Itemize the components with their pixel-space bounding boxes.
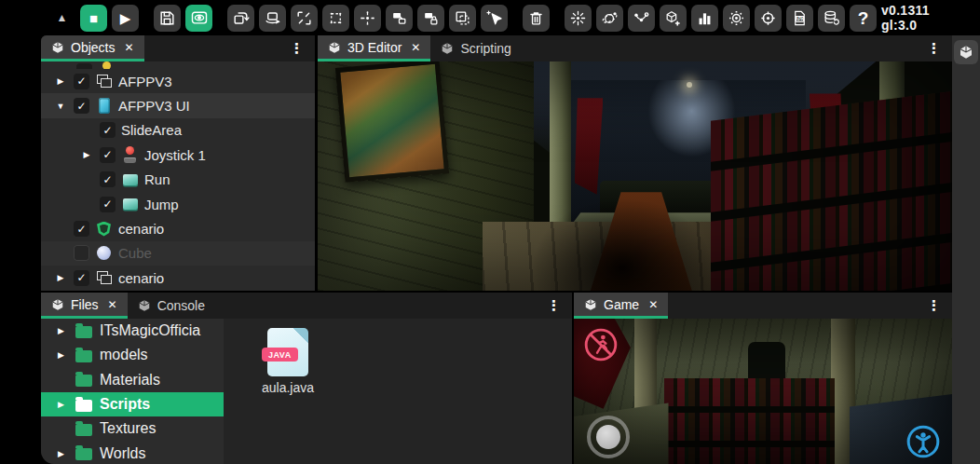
expander-icon[interactable]: ▶	[54, 350, 68, 360]
package-icon	[328, 41, 341, 54]
help-button[interactable]: ?	[850, 5, 877, 32]
tree-row-cenario[interactable]: ✓ cenario	[41, 216, 315, 240]
files-grid: JAVA aula.java	[224, 319, 572, 464]
expander-icon[interactable]: ▶	[54, 326, 68, 335]
save-button[interactable]	[154, 5, 181, 32]
folder-icon	[75, 400, 92, 412]
rotate-tool-button[interactable]	[259, 5, 286, 32]
close-icon[interactable]: ✕	[124, 41, 133, 54]
stop-button[interactable]: ■	[80, 5, 107, 32]
tab-game[interactable]: Game ✕	[574, 293, 668, 319]
package-icon	[959, 45, 973, 60]
checkbox-checked[interactable]: ✓	[74, 98, 89, 114]
package-icon	[584, 298, 597, 311]
file-item-aula-java[interactable]: JAVA aula.java	[257, 328, 319, 395]
expander-icon[interactable]: ▼	[53, 102, 68, 111]
path-nodes-button[interactable]	[628, 5, 655, 32]
add-object-button[interactable]	[660, 5, 687, 32]
checkbox-checked[interactable]: ✓	[74, 221, 89, 237]
export-apk-button[interactable]: APK	[786, 5, 813, 32]
tab-3d-editor[interactable]: 3D Editor ✕	[318, 35, 430, 61]
physics-orbit-button[interactable]	[596, 5, 623, 32]
tab-console[interactable]: Console	[128, 293, 215, 319]
kebab-menu-icon[interactable]: ⋮	[536, 293, 572, 319]
apk-icon: APK	[791, 9, 809, 27]
tree-row-cube[interactable]: Cube	[41, 241, 315, 266]
folder-icon	[75, 424, 92, 436]
expander-icon[interactable]: ▶	[53, 76, 68, 86]
tree-row-slidearea[interactable]: ✓ SlideArea	[41, 118, 315, 143]
lock-object-button[interactable]	[417, 5, 444, 32]
preview-button[interactable]	[185, 5, 212, 32]
tree-row-cenario-2[interactable]: ▶ ✓ cenario	[41, 266, 315, 290]
editor-viewport[interactable]	[318, 61, 952, 291]
tab-files[interactable]: Files ✕	[41, 293, 128, 319]
tab-scripting[interactable]: Scripting	[430, 35, 521, 61]
move-tool-button[interactable]	[227, 5, 254, 32]
editor-panel: 3D Editor ✕ Scripting ⋮	[318, 35, 952, 291]
selection-button[interactable]	[449, 5, 476, 32]
kebab-menu-icon[interactable]: ⋮	[916, 293, 952, 319]
checkbox-checked[interactable]: ✓	[100, 197, 116, 212]
position-tool-button[interactable]	[354, 5, 381, 32]
folder-row-worlds[interactable]: ▶ Worlds	[41, 441, 224, 464]
checkbox-checked[interactable]: ✓	[100, 122, 116, 138]
tab-objects[interactable]: Objects ✕	[41, 35, 144, 61]
tree-row-afppv3[interactable]: ▶ ✓ AFPPV3	[41, 69, 315, 93]
close-icon[interactable]: ✕	[411, 41, 420, 54]
checkbox-checked[interactable]: ✓	[74, 74, 89, 89]
database-sync-icon	[823, 9, 840, 27]
duplicate-button[interactable]	[386, 5, 413, 32]
folder-row-textures[interactable]: Textures	[41, 416, 224, 441]
play-button[interactable]: ▶	[112, 5, 139, 32]
checkbox-checked[interactable]: ✓	[100, 171, 116, 187]
kebab-menu-icon[interactable]: ⋮	[916, 35, 952, 61]
tree-label: Run	[144, 171, 170, 187]
tree-row-run[interactable]: ✓ Run	[41, 168, 315, 192]
checkbox-checked[interactable]: ✓	[74, 270, 89, 286]
accessibility-button[interactable]	[905, 424, 941, 459]
scale-tool-button[interactable]	[291, 5, 318, 32]
checkbox-unchecked[interactable]	[74, 245, 89, 261]
collapsed-panel-button[interactable]	[954, 40, 978, 64]
delete-button[interactable]	[523, 5, 550, 32]
joystick-knob[interactable]	[596, 425, 620, 449]
virtual-joystick[interactable]	[587, 416, 630, 458]
database-sync-button[interactable]	[818, 5, 845, 32]
settings-button[interactable]	[723, 5, 750, 32]
run-disabled-badge[interactable]	[583, 327, 619, 362]
checkbox-checked[interactable]: ✓	[100, 147, 116, 163]
selection-icon	[454, 9, 471, 27]
locator-button[interactable]	[755, 5, 782, 32]
touch-pointer-button[interactable]	[481, 5, 508, 32]
collapse-toolbar-button[interactable]: ▲	[48, 5, 75, 32]
expander-icon[interactable]: ▶	[54, 449, 68, 458]
tree-row-joystick[interactable]: ▶ ✓ Joystick 1	[41, 143, 315, 167]
kebab-menu-icon[interactable]: ⋮	[279, 35, 315, 61]
close-icon[interactable]: ✕	[648, 298, 658, 311]
bounds-tool-button[interactable]	[322, 5, 349, 32]
checkbox	[76, 63, 92, 69]
editor-tabbar: 3D Editor ✕ Scripting ⋮	[318, 35, 952, 61]
tree-row-jump[interactable]: ✓ Jump	[41, 192, 315, 216]
tree-row-partial[interactable]	[41, 61, 315, 69]
folder-label: ITsMagicOfficia	[100, 322, 200, 339]
folder-row-materials[interactable]: Materials	[41, 368, 224, 392]
expander-icon[interactable]: ▶	[79, 150, 94, 159]
tab-label: Files	[71, 297, 99, 312]
folder-row-scripts[interactable]: ▶ Scripts	[41, 392, 224, 416]
particles-button[interactable]	[565, 5, 592, 32]
game-viewport[interactable]	[574, 319, 952, 464]
stats-bars-icon	[696, 9, 714, 27]
close-icon[interactable]: ✕	[108, 298, 117, 311]
sprite-icon	[95, 73, 113, 89]
stats-button[interactable]	[691, 5, 718, 32]
tree-row-afppv3-ui[interactable]: ▼ ✓ AFPPV3 UI	[41, 93, 315, 117]
folder-row-itsmagicofficia[interactable]: ▶ ITsMagicOfficia	[41, 319, 224, 343]
expander-icon[interactable]: ▶	[53, 273, 68, 282]
expander-icon[interactable]: ▶	[54, 400, 68, 409]
folder-row-models[interactable]: ▶ models	[41, 343, 224, 367]
game-panel: Game ✕ ⋮	[574, 293, 952, 464]
locator-icon	[759, 9, 777, 27]
shield-icon	[95, 221, 113, 238]
